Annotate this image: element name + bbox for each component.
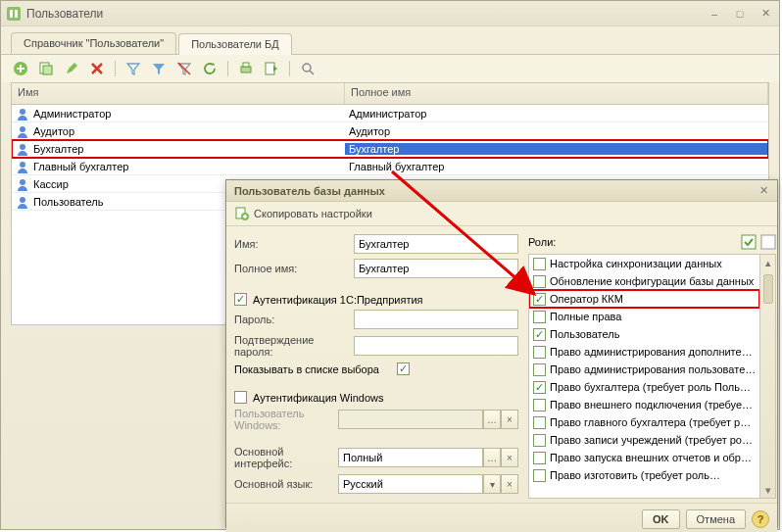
- role-item[interactable]: Право запуска внешних отчетов и обр…: [529, 449, 759, 466]
- main-titlebar: Пользователи – □ ✕: [1, 1, 779, 26]
- scroll-up-icon[interactable]: ▴: [760, 255, 775, 270]
- role-item[interactable]: Право администрирования пользовате…: [529, 361, 759, 378]
- role-label: Право главного бухгалтера (требует р…: [550, 416, 751, 428]
- role-checkbox[interactable]: [533, 346, 546, 359]
- label-password: Пароль:: [234, 314, 354, 325]
- winuser-input: [338, 410, 483, 429]
- auth-1c-checkbox[interactable]: [234, 293, 247, 306]
- table-header: Имя Полное имя: [12, 83, 768, 105]
- refresh-icon[interactable]: [200, 59, 220, 78]
- scroll-down-icon[interactable]: ▾: [760, 482, 775, 498]
- winuser-clear-icon[interactable]: ×: [501, 410, 518, 429]
- svg-rect-6: [241, 67, 251, 73]
- role-checkbox[interactable]: [533, 311, 546, 323]
- table-row[interactable]: Главный бухгалтерГлавный бухгалтер: [12, 158, 768, 175]
- role-label: Право администрирования пользовате…: [550, 363, 756, 375]
- roles-check-all-icon[interactable]: [741, 234, 757, 250]
- delete-icon[interactable]: [87, 59, 107, 78]
- table-row[interactable]: АдминистраторАдминистратор: [12, 105, 768, 122]
- table-row[interactable]: БухгалтерБухгалтер: [12, 140, 768, 158]
- edit-icon[interactable]: [62, 59, 81, 78]
- role-checkbox[interactable]: [533, 258, 546, 270]
- cell-fullname: Бухгалтер: [349, 143, 399, 155]
- confirm-input[interactable]: [354, 336, 518, 356]
- role-item[interactable]: Настройка синхронизации данных: [529, 255, 759, 272]
- svg-point-12: [20, 144, 25, 150]
- roles-uncheck-all-icon[interactable]: [760, 234, 776, 250]
- filter1-icon[interactable]: [123, 59, 143, 78]
- auth-windows-checkbox[interactable]: [234, 391, 247, 404]
- ok-button[interactable]: OK: [642, 509, 680, 529]
- role-checkbox[interactable]: [533, 293, 546, 306]
- svg-point-13: [20, 162, 25, 168]
- role-label: Пользователь: [550, 328, 619, 340]
- roles-label: Роли:: [528, 236, 556, 248]
- scroll-thumb[interactable]: [763, 274, 773, 304]
- export-icon[interactable]: [262, 59, 281, 78]
- role-item[interactable]: Оператор ККМ: [529, 290, 759, 308]
- maximize-button[interactable]: □: [730, 6, 750, 22]
- filter2-icon[interactable]: [149, 59, 169, 78]
- role-item[interactable]: Право бухгалтера (требует роль Поль…: [529, 378, 759, 396]
- copy-icon[interactable]: [36, 59, 56, 78]
- filter-off-icon[interactable]: [174, 59, 194, 78]
- role-checkbox[interactable]: [533, 416, 546, 429]
- role-item[interactable]: Право записи учреждений (требует ро…: [529, 431, 759, 449]
- dialog-close-icon[interactable]: ✕: [754, 183, 773, 199]
- roles-column: Роли: Настройка синхронизации данныхОбно…: [528, 234, 776, 499]
- role-label: Право запуска внешних отчетов и обр…: [550, 452, 752, 463]
- role-item[interactable]: Право внешнего подключения (требуе…: [529, 396, 759, 413]
- role-checkbox[interactable]: [533, 469, 546, 482]
- role-checkbox[interactable]: [533, 381, 546, 394]
- show-in-list-checkbox[interactable]: [397, 363, 410, 375]
- role-checkbox[interactable]: [533, 434, 546, 447]
- chevron-down-icon[interactable]: ▾: [483, 474, 501, 494]
- print-icon[interactable]: [236, 59, 256, 78]
- cancel-button[interactable]: Отмена: [686, 509, 746, 529]
- role-item[interactable]: Пользователь: [529, 325, 759, 343]
- svg-point-14: [20, 179, 25, 185]
- help-icon[interactable]: ?: [752, 510, 769, 528]
- search-icon[interactable]: [298, 59, 318, 78]
- svg-point-9: [303, 64, 311, 72]
- copy-settings-button[interactable]: Скопировать настройки: [254, 208, 372, 219]
- interface-clear-icon[interactable]: ×: [501, 448, 518, 467]
- svg-rect-19: [761, 235, 775, 249]
- tab-db-users[interactable]: Пользователи БД: [178, 33, 292, 55]
- tabs: Справочник "Пользователи" Пользователи Б…: [1, 26, 779, 55]
- password-input[interactable]: [354, 310, 518, 329]
- role-checkbox[interactable]: [533, 399, 546, 411]
- col-fullname[interactable]: Полное имя: [345, 83, 768, 104]
- lang-input[interactable]: [338, 474, 483, 494]
- close-button[interactable]: ✕: [756, 6, 775, 22]
- interface-browse-icon[interactable]: …: [483, 448, 501, 467]
- cell-name: Бухгалтер: [33, 143, 83, 155]
- fullname-input[interactable]: [354, 259, 518, 278]
- cell-name: Аудитор: [33, 125, 74, 137]
- winuser-browse-icon[interactable]: …: [483, 410, 501, 429]
- role-checkbox[interactable]: [533, 275, 546, 288]
- name-input[interactable]: [354, 234, 518, 254]
- table-row[interactable]: АудиторАудитор: [12, 122, 768, 140]
- role-item[interactable]: Право главного бухгалтера (требует р…: [529, 413, 759, 431]
- svg-rect-2: [15, 10, 18, 18]
- db-user-dialog: Пользователь базы данных ✕ Скопировать н…: [225, 179, 778, 528]
- svg-point-11: [20, 126, 25, 132]
- roles-scrollbar[interactable]: ▴ ▾: [759, 255, 775, 498]
- interface-input[interactable]: [338, 448, 483, 467]
- role-item[interactable]: Обновление конфигурации базы данных: [529, 272, 759, 290]
- add-icon[interactable]: [11, 59, 30, 78]
- role-item[interactable]: Право администрирования дополните…: [529, 343, 759, 361]
- role-checkbox[interactable]: [533, 452, 546, 464]
- role-checkbox[interactable]: [533, 363, 546, 376]
- col-name[interactable]: Имя: [12, 83, 345, 104]
- lang-clear-icon[interactable]: ×: [501, 474, 518, 494]
- role-checkbox[interactable]: [533, 328, 546, 341]
- minimize-button[interactable]: –: [705, 6, 724, 22]
- svg-rect-8: [266, 63, 274, 74]
- role-item[interactable]: Право изготовить (требует роль…: [529, 466, 759, 484]
- tab-directory-users[interactable]: Справочник "Пользователи": [11, 32, 176, 54]
- role-label: Право изготовить (требует роль…: [550, 469, 720, 481]
- separator: [289, 61, 290, 76]
- role-item[interactable]: Полные права: [529, 308, 759, 325]
